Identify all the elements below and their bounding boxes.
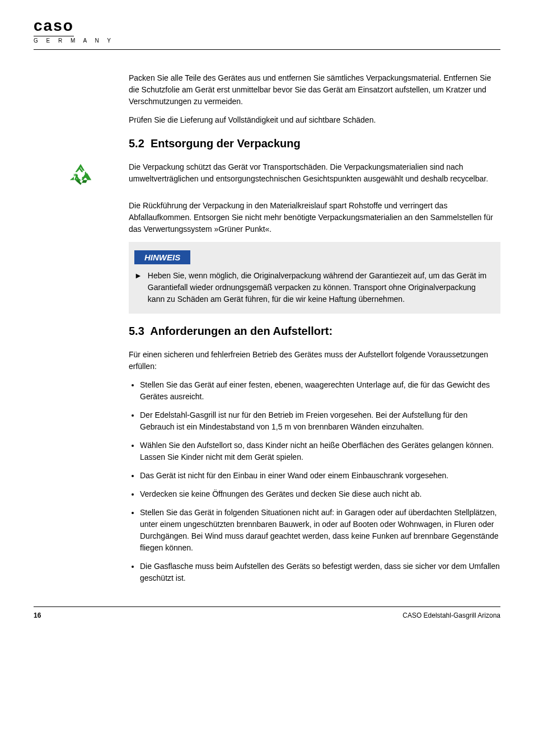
logo-main: caso (34, 17, 74, 36)
page-footer: 16 CASO Edelstahl-Gasgrill Arizona (34, 606, 500, 619)
intro-para-2: Prüfen Sie die Lieferung auf Vollständig… (129, 114, 500, 126)
logo-sub: G E R M A N Y (34, 38, 114, 44)
section1-para2: Die Rückführung der Verpackung in den Ma… (129, 200, 500, 235)
note-header: HINWEIS (134, 250, 190, 264)
list-item: Stellen Sie das Gerät in folgenden Situa… (140, 507, 500, 554)
note-box: HINWEIS ► Heben Sie, wenn möglich, die O… (129, 242, 500, 314)
requirements-intro: Für einen sicheren und fehlerfreien Betr… (129, 349, 500, 372)
requirements-list: Stellen Sie das Gerät auf einer festen, … (129, 379, 500, 584)
section-heading-2: 5.3 Anforderungen an den Aufstellort: (129, 325, 500, 338)
logo: caso G E R M A N Y (34, 17, 114, 44)
list-item: Der Edelstahl-Gasgrill ist nur für den B… (140, 409, 500, 433)
section-heading-1: 5.2 Entsorgung der Verpackung (129, 137, 500, 150)
list-item: Die Gasflasche muss beim Aufstellen des … (140, 561, 500, 584)
list-item: Verdecken sie keine Öffnungen des Geräte… (140, 488, 500, 500)
page-header: caso G E R M A N Y (34, 17, 500, 50)
note-text: Heben Sie, wenn möglich, die Originalver… (148, 270, 489, 305)
section1-para1: Die Verpackung schützt das Gerät vor Tra… (129, 161, 500, 185)
list-item: Wählen Sie den Aufstellort so, dass Kind… (140, 440, 500, 463)
page-number: 16 (34, 612, 41, 619)
footer-product: CASO Edelstahl-Gasgrill Arizona (402, 612, 500, 619)
intro-para-1: Packen Sie alle Teile des Gerätes aus un… (129, 72, 500, 108)
list-item: Das Gerät ist nicht für den Einbau in ei… (140, 470, 500, 482)
recycle-icon (67, 161, 94, 188)
arrow-icon: ► (134, 271, 142, 280)
list-item: Stellen Sie das Gerät auf einer festen, … (140, 379, 500, 403)
